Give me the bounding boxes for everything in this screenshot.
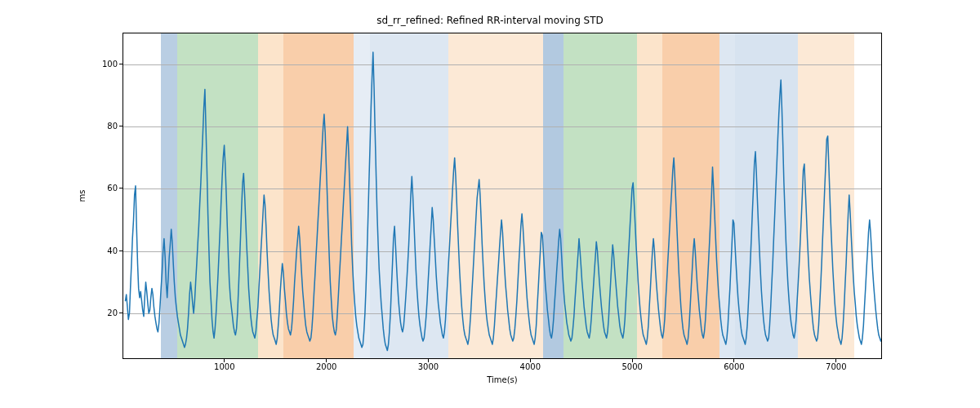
chart-title: sd_rr_refined: Refined RR-interval movin…	[0, 15, 980, 26]
y-tick-label: 60	[85, 184, 118, 193]
y-tick	[119, 188, 122, 188]
x-tick-label: 5000	[621, 362, 642, 371]
line-series	[123, 33, 882, 359]
x-tick	[530, 359, 531, 362]
x-tick-label: 4000	[520, 362, 541, 371]
y-tick-label: 80	[85, 122, 118, 131]
x-tick	[428, 359, 429, 362]
x-tick	[224, 359, 225, 362]
y-tick-label: 100	[85, 60, 118, 69]
x-tick-label: 6000	[724, 362, 744, 371]
x-tick	[326, 359, 327, 362]
x-tick	[632, 359, 633, 362]
y-tick	[119, 126, 122, 126]
x-axis-label: Time(s)	[487, 375, 518, 384]
x-tick	[835, 359, 836, 362]
x-tick-label: 3000	[418, 362, 439, 371]
y-tick-label: 40	[85, 246, 118, 255]
x-tick-label: 2000	[316, 362, 336, 371]
figure: sd_rr_refined: Refined RR-interval movin…	[0, 0, 980, 408]
plot-area	[122, 33, 882, 359]
x-tick	[733, 359, 734, 362]
x-tick-label: 7000	[826, 362, 846, 371]
y-tick	[119, 251, 122, 251]
y-tick	[119, 313, 122, 313]
x-tick-label: 1000	[214, 362, 234, 371]
y-tick-label: 20	[85, 308, 118, 317]
y-tick	[119, 64, 122, 64]
